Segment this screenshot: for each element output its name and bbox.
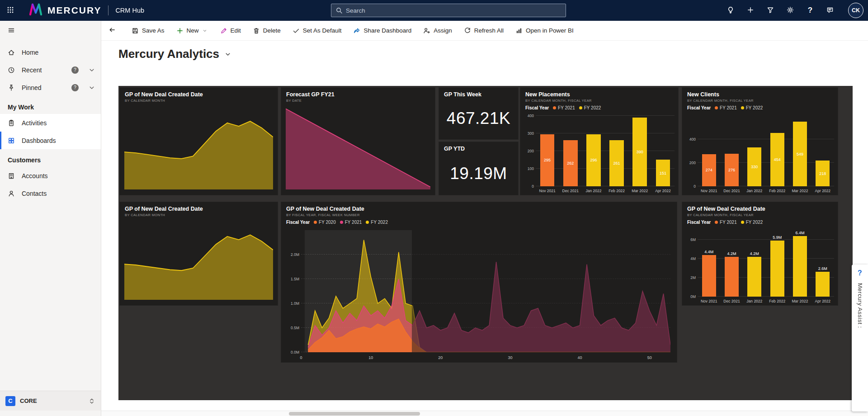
command-label: Edit <box>231 27 241 34</box>
tile-gp-ytd[interactable]: GP YTD19.19M <box>439 142 518 195</box>
area-switcher-chevrons-icon[interactable] <box>88 397 95 405</box>
search-input[interactable] <box>346 7 561 14</box>
bar[interactable]: 5.9M <box>770 241 784 297</box>
bar[interactable]: 6.4M <box>793 236 807 297</box>
bar-value-label: 261 <box>613 161 620 165</box>
menu-toggle-button[interactable] <box>0 21 101 41</box>
bar[interactable]: 276 <box>725 154 739 186</box>
bar[interactable]: 151 <box>656 160 670 186</box>
sidebar-item-activities[interactable]: Activities <box>0 114 101 132</box>
tile-forecast-gp-fy21[interactable]: Forecast GP FY21BY DATE <box>281 88 435 195</box>
sidebar-item-home[interactable]: Home <box>0 43 101 61</box>
bar-plot: 0200400274276330454549218 <box>698 116 834 186</box>
assign-button[interactable]: Assign <box>417 21 458 40</box>
bar[interactable]: 4.2M <box>725 257 739 297</box>
bar-slot: 5.9M <box>766 230 788 297</box>
bar-value-label: 151 <box>660 171 666 175</box>
bar[interactable]: 2.6M <box>816 272 830 297</box>
tile-title: GP of New Deal Created Date <box>286 206 672 212</box>
core-logo: C <box>5 396 15 406</box>
open-in-power-bi-button[interactable]: Open in Power BI <box>509 21 580 40</box>
lightbulb-button[interactable] <box>721 0 741 21</box>
legend-item[interactable]: FY 2021 <box>715 220 737 225</box>
bar[interactable]: 218 <box>816 161 830 186</box>
chart-legend: Fiscal YearFY 2021FY 2022 <box>682 217 838 225</box>
bar[interactable]: 261 <box>609 140 624 186</box>
refresh-icon <box>464 27 471 34</box>
bar[interactable]: 549 <box>793 122 807 186</box>
edit-button[interactable]: Edit <box>214 21 247 40</box>
x-axis-label: 50 <box>647 355 652 360</box>
bar[interactable]: 390 <box>632 118 647 186</box>
sidebar-item-pinned[interactable]: Pinned? <box>0 79 101 96</box>
add-button[interactable] <box>741 0 760 21</box>
sidebar: HomeRecent?Pinned?My WorkActivitiesDashb… <box>0 21 101 416</box>
sidebar-item-accounts[interactable]: Accounts <box>0 167 101 184</box>
legend-title: Fiscal Year <box>687 105 711 110</box>
bar-slot: 296 <box>582 116 605 186</box>
assist-panel[interactable]: ? Mercury Assist : <box>852 265 868 411</box>
back-button[interactable] <box>103 21 121 41</box>
help-button[interactable]: ? <box>800 0 820 21</box>
feedback-button[interactable] <box>820 0 840 21</box>
legend-item[interactable]: FY 2021 <box>553 105 575 110</box>
legend-item[interactable]: FY 2022 <box>741 105 763 110</box>
kpi-value: 19.19M <box>450 164 507 183</box>
share-dashboard-button[interactable]: Share Dashboard <box>347 21 417 40</box>
area-switcher[interactable]: C CORE <box>0 391 101 411</box>
avatar[interactable]: CK <box>848 3 863 18</box>
bar-slot: 4.2M <box>743 230 766 297</box>
settings-button[interactable] <box>780 0 800 21</box>
tile-new-clients[interactable]: New ClientsBY CALENDAR MONTH, FISCAL YEA… <box>682 88 838 195</box>
chevron-down-icon[interactable] <box>202 28 207 33</box>
sidebar-item-label: Dashboards <box>22 137 95 144</box>
bar[interactable]: 274 <box>702 154 716 186</box>
x-axis-labels: Nov 2021Dec 2021Jan 2022Feb 2022Mar 2022… <box>698 297 834 304</box>
tile-title: GP of New Deal Created Date <box>125 91 273 98</box>
x-axis-label: Mar 2022 <box>628 186 651 194</box>
horizontal-scrollbar[interactable] <box>101 411 868 416</box>
delete-button[interactable]: Delete <box>247 21 287 40</box>
tile-gp-new-deal-by-week[interactable]: GP of New Deal Created DateBY FISCAL YEA… <box>281 202 677 362</box>
bar[interactable]: 4.4M <box>702 255 716 297</box>
tile-gp-this-week[interactable]: GP This Week467.21K <box>439 88 518 139</box>
sidebar-item-dashboards[interactable]: Dashboards <box>0 132 101 149</box>
bar-slot: 4.4M <box>698 230 720 297</box>
activities-icon <box>8 119 16 127</box>
scrollbar-thumb[interactable] <box>289 412 420 416</box>
refresh-all-button[interactable]: Refresh All <box>458 21 509 40</box>
sidebar-item-contacts[interactable]: Contacts <box>0 184 101 202</box>
bar[interactable]: 4.2M <box>747 257 761 297</box>
tile-gp-new-deal-by-month-2[interactable]: GP of New Deal Created DateBY CALENDAR M… <box>120 202 278 305</box>
bar[interactable]: 295 <box>540 134 555 186</box>
app-launcher-button[interactable] <box>0 0 21 21</box>
bar-chart: 0100200300400295262296261390151Nov 2021D… <box>524 112 675 194</box>
legend-item[interactable]: FY 2022 <box>366 220 388 225</box>
save-as-button[interactable]: Save As <box>126 21 170 40</box>
legend-item[interactable]: FY 2022 <box>579 105 601 110</box>
tile-gp-new-deal-by-month-fy[interactable]: GP of New Deal Created DateBY CALENDAR M… <box>682 202 838 305</box>
kpi-value-area: 467.21K <box>439 98 518 139</box>
bar[interactable]: 454 <box>770 133 784 186</box>
legend-item[interactable]: FY 2021 <box>715 105 737 110</box>
chevron-down-icon[interactable] <box>88 66 95 74</box>
dashboard-selector-chevron-icon[interactable] <box>224 51 231 58</box>
bar[interactable]: 330 <box>747 147 761 186</box>
tile-gp-new-deal-by-month-1[interactable]: GP of New Deal Created DateBY CALENDAR M… <box>120 88 278 195</box>
sidebar-item-recent[interactable]: Recent? <box>0 61 101 79</box>
command-label: Refresh All <box>474 27 504 34</box>
bar[interactable]: 262 <box>563 140 578 186</box>
legend-item[interactable]: FY 2020 <box>314 220 336 225</box>
new-button[interactable]: New <box>170 21 214 40</box>
chevron-down-icon[interactable] <box>88 84 95 91</box>
bar[interactable]: 296 <box>586 134 601 186</box>
x-axis-label: Feb 2022 <box>605 186 628 194</box>
filter-button[interactable] <box>760 0 780 21</box>
legend-item[interactable]: FY 2022 <box>741 220 763 225</box>
chart-legend: Fiscal YearFY 2021FY 2022 <box>520 103 678 110</box>
command-bar-items: Save AsNewEditDeleteSet As DefaultShare … <box>126 21 580 40</box>
legend-item[interactable]: FY 2021 <box>340 220 362 225</box>
set-as-default-button[interactable]: Set As Default <box>287 21 348 40</box>
tile-new-placements[interactable]: New PlacementsBY CALENDAR MONTH, FISCAL … <box>520 88 678 195</box>
save-icon <box>132 27 139 34</box>
